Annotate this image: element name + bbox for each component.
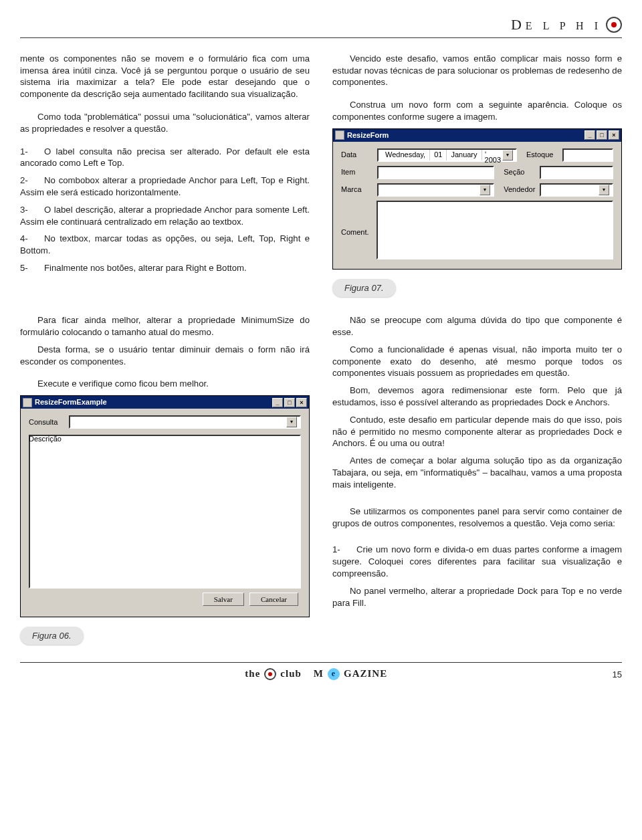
chevron-down-icon[interactable]: ▾ <box>599 185 609 195</box>
col-left-1: mente os componentes não se movem e o fo… <box>20 53 310 297</box>
list-item: 2-No combobox alterar a propriedade Anch… <box>20 175 310 199</box>
estoque-input[interactable] <box>562 148 613 162</box>
label-vendedor: Vendedor <box>504 185 534 195</box>
brand-logo-icon <box>606 17 622 33</box>
minimize-button[interactable]: _ <box>272 398 283 407</box>
para: Para ficar ainda melhor, alterar a propr… <box>20 314 310 338</box>
maximize-button[interactable]: □ <box>284 398 295 407</box>
label-marca: Marca <box>341 185 372 195</box>
label-estoque: Estoque <box>526 150 557 160</box>
date-picker[interactable]: Wednesday, 01 January , 2003 ▾ <box>377 148 517 162</box>
para: Como a funcionalidade é apenas visual, n… <box>332 344 622 379</box>
para: Construa um novo form com a seguinte apa… <box>332 99 622 123</box>
list-item: 1-O label consulta não precisa ser alter… <box>20 146 310 170</box>
label-consulta: Consulta <box>29 417 64 427</box>
figure-caption: Figura 07. <box>332 279 396 298</box>
window-controls: _ □ × <box>584 130 619 140</box>
para: Vencido este desafio, vamos então compli… <box>332 53 622 88</box>
label-secao: Seção <box>504 167 534 177</box>
label-data: Data <box>341 150 372 160</box>
header-brand: DDELPHIE L P H I <box>511 15 602 35</box>
para: Bom, devemos agora redimensionar este fo… <box>332 385 622 409</box>
footer-e-icon: e <box>328 668 340 680</box>
footer-brand: the club MeGAZINE <box>20 667 613 680</box>
para: Antes de começar a bolar alguma solução … <box>332 455 622 490</box>
app-icon <box>23 398 32 407</box>
list-item: 5-Finalmente nos botões, alterar para Ri… <box>20 262 310 274</box>
window-title: ResizeForm <box>347 130 389 140</box>
bottom-columns: Para ficar ainda melhor, alterar a propr… <box>20 314 622 645</box>
page-number: 15 <box>613 669 622 681</box>
close-button[interactable]: × <box>609 130 619 140</box>
item-input[interactable] <box>377 166 494 179</box>
para: Se utilizarmos os componentes panel para… <box>332 506 622 530</box>
para: Não se preocupe com alguma dúvida do tip… <box>332 314 622 338</box>
page-header: DDELPHIE L P H I <box>20 15 622 38</box>
resizeformexample-window: ResizeFormExample _ □ × Consulta ▾ Descr… <box>20 395 310 617</box>
figure-caption: Figura 06. <box>20 627 84 645</box>
chevron-down-icon[interactable]: ▾ <box>286 417 297 427</box>
top-columns: mente os componentes não se movem e o fo… <box>20 53 622 297</box>
cancelar-button[interactable]: Cancelar <box>249 593 298 606</box>
para: mente os componentes não se movem e o fo… <box>20 53 310 100</box>
para: Contudo, este desafio em particular depe… <box>332 414 622 449</box>
minimize-button[interactable]: _ <box>584 130 595 140</box>
salvar-button[interactable]: Salvar <box>203 593 244 606</box>
chevron-down-icon[interactable]: ▾ <box>479 185 490 195</box>
para: Desta forma, se o usuário tentar diminui… <box>20 344 310 368</box>
list-item: 3-O label descrição, alterar a proprieda… <box>20 204 310 228</box>
close-button[interactable]: × <box>296 398 307 407</box>
titlebar[interactable]: ResizeFormExample _ □ × <box>21 396 309 409</box>
para: Execute e verifique como ficou bem melho… <box>20 378 310 390</box>
label-coment: Coment. <box>341 201 371 237</box>
maximize-button[interactable]: □ <box>597 130 607 140</box>
col-right-2: Não se preocupe com alguma dúvida do tip… <box>332 314 622 645</box>
chevron-down-icon[interactable]: ▾ <box>502 150 513 161</box>
form-body: Consulta ▾ Descrição Salvar Cancelar <box>21 409 309 617</box>
col-right-1: Vencido este desafio, vamos então compli… <box>332 53 622 297</box>
vendedor-combobox[interactable]: ▾ <box>540 183 613 197</box>
marca-combobox[interactable]: ▾ <box>377 183 494 197</box>
coment-memo[interactable] <box>377 201 613 259</box>
footer-logo-icon <box>264 668 276 680</box>
window-title: ResizeFormExample <box>35 397 107 407</box>
consulta-combobox[interactable]: ▾ <box>69 415 301 429</box>
col-left-2: Para ficar ainda melhor, alterar a propr… <box>20 314 310 645</box>
form-body: Data Wednesday, 01 January , 2003 ▾ <box>333 142 621 269</box>
label-item: Item <box>341 167 372 177</box>
resizeform-window: ResizeForm _ □ × Data Wednesday, 01 <box>332 128 622 270</box>
para: Como toda "problemática" possui uma "sol… <box>20 111 310 135</box>
para: No panel vermelho, alterar a propriedade… <box>332 585 622 609</box>
app-icon <box>335 130 344 140</box>
secao-input[interactable] <box>540 166 613 179</box>
descricao-memo[interactable] <box>29 435 301 589</box>
list-item: 4-No textbox, marcar todas as opções, ou… <box>20 233 310 257</box>
list-item: 1-Crie um novo form e divida-o em duas p… <box>332 544 622 579</box>
titlebar[interactable]: ResizeForm _ □ × <box>333 129 621 142</box>
page-footer: the club MeGAZINE 15 <box>20 662 622 680</box>
